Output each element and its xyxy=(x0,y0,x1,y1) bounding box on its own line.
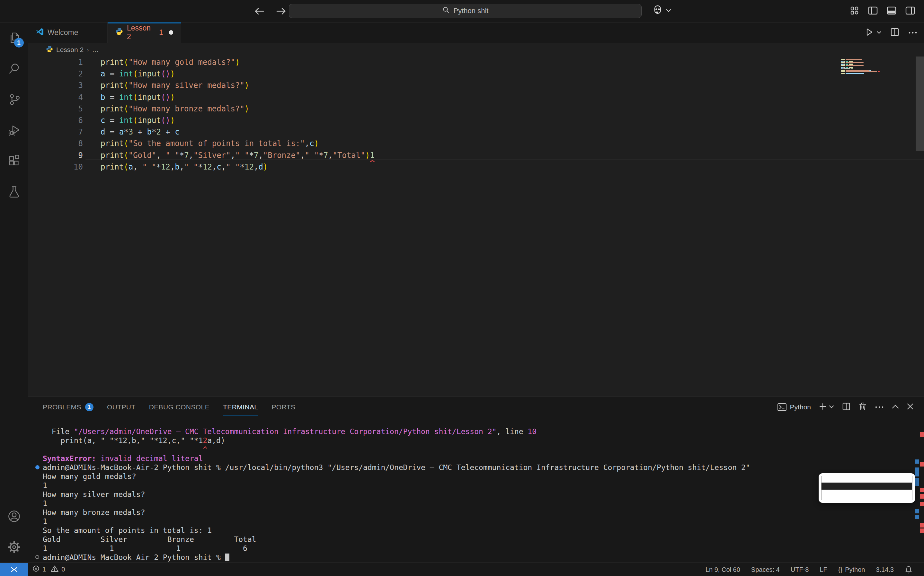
extensions-icon[interactable] xyxy=(0,146,28,177)
scrollbar-mark xyxy=(920,432,924,437)
forward-arrow-icon[interactable] xyxy=(276,6,287,16)
explorer-icon[interactable]: 1 xyxy=(0,22,28,53)
panel-tab-output[interactable]: OUTPUT xyxy=(107,397,136,418)
indentation[interactable]: Spaces: 4 xyxy=(751,566,780,573)
more-actions-icon[interactable] xyxy=(908,30,918,36)
tab-welcome-label: Welcome xyxy=(48,28,78,37)
terminal-line: print(a, " "*12,b," "*12,c," "*12a,d) xyxy=(28,436,924,445)
code-text: print("Gold", " "*7,"Silver"," "*7,"Bron… xyxy=(85,151,924,160)
customize-layout-icon[interactable] xyxy=(849,5,860,17)
split-terminal-icon[interactable] xyxy=(842,402,851,412)
code-line[interactable]: 7d = a*3 + b*2 + c xyxy=(28,126,924,138)
command-center-search[interactable]: Python shit xyxy=(289,4,642,18)
source-control-icon[interactable] xyxy=(0,84,28,115)
line-number: 1 xyxy=(28,58,85,67)
notifications-bell-icon[interactable] xyxy=(905,565,913,574)
problems-status[interactable]: 1 0 xyxy=(32,565,65,574)
terminal-line: File "/Users/admin/OneDrive – CMC Teleco… xyxy=(28,427,924,436)
breadcrumb[interactable]: Lesson 2 › … xyxy=(28,43,924,56)
code-text: print(a, " "*12,b," "*12,c," "*12,d) xyxy=(85,162,924,171)
language-label: Python xyxy=(845,566,865,573)
panel-tab-label: TERMINAL xyxy=(223,403,258,411)
split-editor-icon[interactable] xyxy=(890,27,900,38)
scrollbar-mark xyxy=(915,478,919,486)
terminal-profile[interactable]: Python xyxy=(777,403,811,411)
search-sidebar-icon[interactable] xyxy=(0,53,28,84)
terminal-line: admin@ADMINs-MacBook-Air-2 Python shit % xyxy=(28,553,924,562)
testing-icon[interactable] xyxy=(0,177,28,207)
accounts-icon[interactable] xyxy=(0,501,28,532)
code-text: d = a*3 + b*2 + c xyxy=(85,128,924,136)
scrollbar-mark xyxy=(920,462,924,467)
terminal-output[interactable]: File "/Users/admin/OneDrive – CMC Teleco… xyxy=(28,427,924,563)
line-number: 8 xyxy=(28,139,85,148)
back-arrow-icon[interactable] xyxy=(254,6,265,16)
code-line[interactable]: 5print("How many bronze medals?") xyxy=(28,103,924,115)
code-line[interactable]: 3print("How many silver medals?") xyxy=(28,80,924,91)
line-number: 7 xyxy=(28,128,85,136)
copilot-icon xyxy=(652,5,663,18)
minimap[interactable] xyxy=(841,59,880,75)
breadcrumb-symbol[interactable]: … xyxy=(92,46,99,54)
copilot-menu[interactable] xyxy=(652,0,672,22)
new-terminal-icon[interactable] xyxy=(819,402,827,412)
status-bar: 1 0 Ln 9, Col 60 Spaces: 4 UTF-8 LF {} P… xyxy=(0,563,924,576)
terminal-cursor xyxy=(225,554,229,561)
breadcrumb-file[interactable]: Lesson 2 xyxy=(56,46,83,54)
panel-more-actions-icon[interactable] xyxy=(874,404,884,410)
toggle-secondary-sidebar-icon[interactable] xyxy=(905,5,916,17)
settings-gear-icon[interactable] xyxy=(0,532,28,563)
panel-tab-label: PORTS xyxy=(271,403,295,411)
scrollbar-mark xyxy=(920,488,924,492)
code-line[interactable]: 2a = int(input()) xyxy=(28,68,924,80)
error-icon xyxy=(32,565,40,574)
code-line[interactable]: 8print("So the amount of points in total… xyxy=(28,138,924,149)
encoding[interactable]: UTF-8 xyxy=(791,566,809,573)
panel-tab-terminal[interactable]: TERMINAL xyxy=(223,397,258,418)
tab-lesson-2[interactable]: Lesson 2 1 xyxy=(107,22,181,43)
kill-terminal-trash-icon[interactable] xyxy=(858,402,867,412)
scrollbar-mark xyxy=(915,515,919,519)
toggle-primary-sidebar-icon[interactable] xyxy=(868,5,878,17)
run-dropdown-chevron-icon[interactable] xyxy=(876,30,882,36)
panel-tab-debug-console[interactable]: DEBUG CONSOLE xyxy=(149,397,210,418)
terminal-line: ^ xyxy=(28,445,924,454)
panel-tab-problems[interactable]: PROBLEMS1 xyxy=(43,397,93,418)
code-line[interactable]: 6c = int(input()) xyxy=(28,115,924,126)
terminal-line: Gold Silver Bronze Total xyxy=(28,535,924,544)
tab-welcome[interactable]: Welcome xyxy=(28,22,107,43)
panel-tab-label: OUTPUT xyxy=(107,403,136,411)
code-text: print("How many silver medals?") xyxy=(85,81,924,90)
eol-sequence[interactable]: LF xyxy=(820,566,827,573)
run-debug-icon[interactable] xyxy=(0,115,28,146)
scrollbar-mark xyxy=(915,467,919,472)
terminal-line: How many gold medals? xyxy=(28,472,924,481)
remote-indicator[interactable] xyxy=(0,563,28,576)
cursor-position[interactable]: Ln 9, Col 60 xyxy=(706,566,740,573)
code-line[interactable]: 1print("How many gold medals?") xyxy=(28,56,924,68)
code-line[interactable]: 4b = int(input()) xyxy=(28,91,924,103)
terminal-launch-chevron-icon[interactable] xyxy=(829,404,834,410)
terminal-line: 1 xyxy=(28,481,924,490)
code-text: b = int(input()) xyxy=(85,93,924,102)
line-number: 5 xyxy=(28,104,85,114)
command-success-decoration[interactable] xyxy=(35,465,40,469)
panel-tab-ports[interactable]: PORTS xyxy=(271,397,295,418)
editor-scrollbar[interactable] xyxy=(916,56,924,151)
terminal-line: How many bronze medals? xyxy=(28,508,924,517)
code-editor[interactable]: 1print("How many gold medals?")2a = int(… xyxy=(28,56,924,397)
close-panel-icon[interactable] xyxy=(906,403,914,411)
command-prompt-decoration[interactable] xyxy=(35,555,39,559)
python-file-icon xyxy=(116,27,123,37)
python-interpreter[interactable]: 3.14.3 xyxy=(876,566,894,573)
scrollbar-mark xyxy=(915,509,919,514)
explorer-badge: 1 xyxy=(14,38,24,48)
language-mode[interactable]: {} Python xyxy=(838,566,865,573)
code-line[interactable]: 10print(a, " "*12,b," "*12,c," "*12,d) xyxy=(28,161,924,173)
code-line[interactable]: 9print("Gold", " "*7,"Silver"," "*7,"Bro… xyxy=(28,150,924,161)
run-file-button[interactable] xyxy=(864,27,874,38)
toggle-panel-icon[interactable] xyxy=(886,5,897,17)
scrollbar-mark xyxy=(920,528,924,533)
overlay-popup xyxy=(819,473,915,503)
maximize-panel-icon[interactable] xyxy=(892,404,899,410)
